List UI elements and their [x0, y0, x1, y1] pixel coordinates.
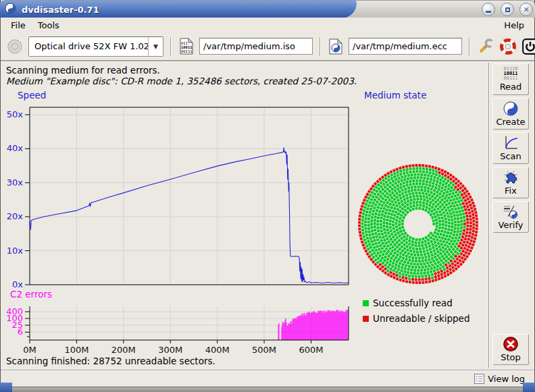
svg-text:10x: 10x [7, 246, 24, 256]
legend-read-label: Successfully read [373, 298, 453, 308]
fix-button[interactable]: Fix [492, 167, 529, 198]
svg-text:40x: 40x [7, 143, 24, 153]
verify-icon [503, 204, 518, 219]
iso-path-input[interactable] [199, 38, 313, 55]
svg-text:25: 25 [11, 320, 23, 330]
legend-unreadable-label: Unreadable / skipped [373, 313, 469, 324]
verify-label: Verify [499, 220, 524, 230]
toolbar-separator [320, 37, 321, 56]
status-line-1: Scanning medium for read errors. [6, 65, 160, 76]
svg-text:200M: 200M [111, 345, 136, 355]
legend-unreadable: Unreadable / skipped [363, 313, 469, 324]
iso-file-icon: 011 10011 00111 [178, 36, 195, 57]
maximize-button[interactable] [501, 3, 514, 16]
charts-canvas: 0x10x20x30x40x50x4001002560M100M200M300M… [1, 61, 534, 370]
app-icon [5, 3, 16, 16]
svg-text:600M: 600M [299, 345, 323, 355]
help-button[interactable] [499, 36, 517, 57]
read-button[interactable]: 01110 10011 00111 Read [492, 63, 529, 95]
svg-text:100: 100 [6, 313, 23, 323]
main-area: Scanning medium for read errors. Medium … [1, 61, 534, 370]
preferences-button[interactable] [477, 36, 494, 57]
minimize-icon [486, 11, 491, 13]
scan-result-status: Scanning finished: 28752 unreadable sect… [6, 356, 215, 366]
window-bottom-frame [0, 387, 535, 392]
read-icon: 01110 10011 00111 [503, 67, 517, 81]
medium-state-title: Medium state [364, 90, 426, 101]
sidebar-separator [488, 63, 490, 368]
scan-curve-icon [503, 136, 518, 150]
fix-label: Fix [505, 186, 517, 196]
svg-text:0x: 0x [12, 279, 23, 289]
app-window: dvdisaster-0.71 ✕ File Tools Help Optica… [0, 0, 535, 392]
svg-text:20x: 20x [7, 211, 24, 221]
svg-text:0M: 0M [23, 345, 36, 355]
ecc-path-input[interactable] [349, 38, 462, 55]
scan-label: Scan [500, 151, 521, 161]
stop-button[interactable]: Stop [492, 334, 529, 365]
log-list-icon[interactable] [474, 374, 484, 384]
toolbar-separator [469, 37, 470, 56]
create-button[interactable]: Create [492, 98, 529, 130]
window-title: dvdisaster-0.71 [22, 5, 99, 15]
legend-successfully-read: Successfully read [363, 298, 453, 308]
svg-text:400M: 400M [205, 345, 230, 355]
minimize-button[interactable] [482, 3, 495, 16]
menubar: File Tools Help [1, 18, 534, 32]
puzzle-icon [503, 170, 518, 185]
status-line-2: Medium "Example disc": CD-R mode 1, 3524… [6, 76, 357, 86]
stop-label: Stop [501, 352, 521, 362]
resize-grip-right[interactable] [523, 383, 535, 392]
quit-button[interactable] [521, 36, 535, 57]
toolbar: Optical drive 52X FW 1.02 ▼ 011 10011 00… [1, 32, 534, 61]
svg-text:6: 6 [18, 327, 23, 337]
stop-icon [503, 337, 518, 352]
yin-yang-icon [503, 101, 518, 116]
life-ring-icon [499, 38, 517, 55]
menu-file[interactable]: File [5, 19, 32, 32]
svg-text:400: 400 [6, 306, 23, 316]
power-icon [521, 38, 535, 55]
scan-button[interactable]: Scan [492, 132, 529, 164]
close-icon: ✕ [523, 6, 529, 13]
titlebar-tab[interactable]: dvdisaster-0.71 [0, 1, 357, 18]
red-swatch-icon [363, 316, 369, 322]
read-label: Read [500, 82, 522, 92]
drive-select-value: Optical drive 52X FW 1.02 [29, 41, 148, 51]
cd-icon [6, 38, 24, 55]
resize-grip-left[interactable] [0, 383, 12, 392]
svg-text:50x: 50x [7, 109, 24, 119]
ecc-file-icon [328, 36, 344, 57]
drive-eject-button[interactable] [6, 36, 24, 57]
view-log-button[interactable]: View log [488, 374, 525, 384]
footer: View log [1, 370, 534, 387]
menu-tools[interactable]: Tools [32, 19, 66, 32]
titlebar: dvdisaster-0.71 ✕ [0, 0, 535, 18]
c2-errors-title: C2 errors [10, 289, 52, 300]
svg-text:300M: 300M [158, 345, 182, 355]
chevron-down-icon: ▼ [148, 37, 163, 56]
svg-text:100M: 100M [64, 345, 88, 355]
svg-text:00111: 00111 [181, 49, 193, 53]
svg-text:500M: 500M [252, 345, 276, 355]
toolbar-separator [170, 37, 172, 56]
verify-button[interactable]: Verify [492, 201, 529, 233]
green-swatch-icon [363, 300, 369, 306]
menu-help[interactable]: Help [498, 19, 530, 32]
svg-text:30x: 30x [7, 177, 24, 188]
close-button[interactable]: ✕ [519, 3, 533, 16]
speed-chart-title: Speed [18, 90, 46, 101]
create-label: Create [496, 117, 525, 127]
drive-select[interactable]: Optical drive 52X FW 1.02 ▼ [28, 36, 163, 57]
wrench-icon [477, 38, 494, 55]
maximize-icon [505, 7, 510, 12]
